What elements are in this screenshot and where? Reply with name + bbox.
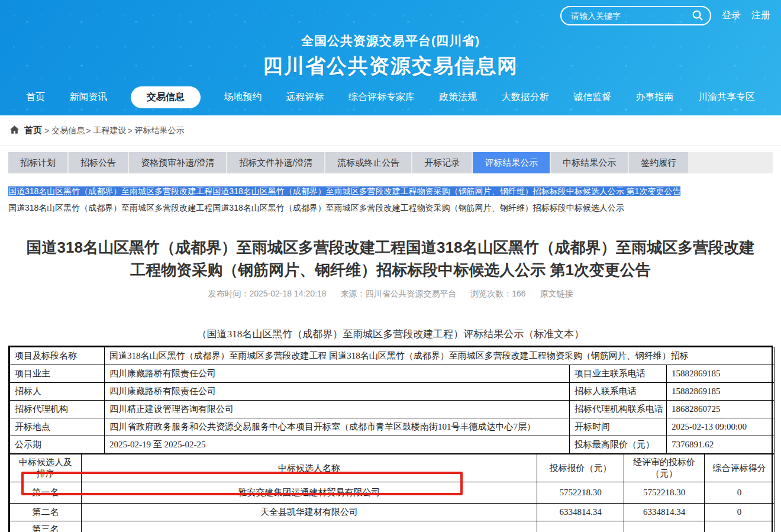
tab-failed-or-terminated[interactable]: 流标或终止公告 bbox=[325, 152, 411, 173]
evaluation-result-table: 项目及标段名称 国道318名山区黑竹（成都界）至雨城区多营段改建工程 国道318… bbox=[8, 346, 773, 532]
table-row: 项目及标段名称 国道318名山区黑竹（成都界）至雨城区多营段改建工程 国道318… bbox=[10, 347, 774, 365]
nav-item-expert-pool[interactable]: 综合评标专家库 bbox=[347, 86, 416, 108]
nav-item-integrity[interactable]: 诚信监督 bbox=[572, 86, 612, 108]
platform-super-title: 全国公共资源交易平台(四川省) bbox=[0, 33, 781, 49]
search-input[interactable] bbox=[560, 6, 711, 25]
breadcrumb-home[interactable]: 首页 bbox=[24, 125, 42, 136]
list-item[interactable]: 国道318名山区黑竹（成都界）至雨城区多营段改建工程国道318名山区黑竹（成都界… bbox=[8, 202, 773, 214]
search-icon[interactable] bbox=[691, 9, 704, 24]
result-list: 国道318名山区黑竹（成都界）至雨城区多营段改建工程国道318名山区黑竹（成都界… bbox=[8, 186, 773, 214]
candidate-row-second: 第二名 天全县凯华建材有限公司 6334814.34 6334814.34 0 bbox=[10, 504, 774, 521]
publish-time: 发布时间：2025-02-18 14:20:18 bbox=[208, 289, 326, 298]
nav-item-news[interactable]: 新闻资讯 bbox=[68, 86, 108, 108]
candidate-reviewed-price: 5752218.30 bbox=[624, 482, 705, 504]
source: 来源：四川省公共资源交易平台 bbox=[340, 289, 456, 298]
home-icon[interactable] bbox=[9, 125, 20, 136]
candidate-score bbox=[705, 521, 774, 532]
candidate-score: 0 bbox=[705, 482, 774, 504]
col-header-bid-price: 投标报价（元） bbox=[537, 454, 624, 482]
table-row: 招标人 四川康藏路桥有限责任公司 招标人联系电话 15882869185 bbox=[10, 383, 774, 401]
info-label: 项目业主 bbox=[10, 365, 105, 383]
category-tabbar: 招标计划 招标公告 资格预审补遗/澄清 招标文件补遗/澄清 流标或终止公告 开标… bbox=[8, 152, 773, 173]
candidate-bid-price: 6334814.34 bbox=[537, 504, 624, 521]
tab-bid-doc-addendum[interactable]: 招标文件补遗/澄清 bbox=[227, 152, 324, 173]
nav-item-venue-booking[interactable]: 场地预约 bbox=[222, 86, 263, 108]
table-row: 招标代理机构 四川精正建设管理咨询有限公司 招标代理机构联系电话 1868286… bbox=[10, 401, 774, 418]
info-label: 招标人 bbox=[10, 383, 105, 401]
candidate-row-third: 第三名 bbox=[10, 521, 774, 532]
table-row: 公示期 2025-02-19 至 2025-02-25 投标最高限价（元） 73… bbox=[10, 436, 774, 454]
info-label: 招标代理机构联系电话 bbox=[570, 401, 667, 418]
candidate-name bbox=[82, 521, 537, 532]
info-value: 2025-02-13 09:00:00 bbox=[667, 418, 774, 436]
col-header-score: 综合评标得分 bbox=[705, 454, 774, 482]
candidate-name: 天全县凯华建材有限公司 bbox=[82, 504, 537, 521]
page-title: 国道318名山区黑竹（成都界）至雨城区多营段改建工程国道318名山区黑竹（成都界… bbox=[24, 236, 757, 281]
breadcrumb-separator: > bbox=[127, 126, 132, 136]
tab-prequalification-addendum[interactable]: 资格预审补遗/澄清 bbox=[129, 152, 226, 173]
info-value: 2025-02-19 至 2025-02-25 bbox=[105, 436, 570, 454]
info-value: 四川康藏路桥有限责任公司 bbox=[105, 365, 570, 383]
table-row: 项目业主 四川康藏路桥有限责任公司 项目业主联系电话 15882869185 bbox=[10, 365, 774, 383]
nav-item-trade-info[interactable]: 交易信息 bbox=[131, 86, 201, 108]
breadcrumb-trade-info[interactable]: 交易信息 bbox=[51, 125, 85, 136]
info-label: 项目及标段名称 bbox=[10, 347, 105, 365]
site-main-title: 四川省公共资源交易信息网 bbox=[0, 53, 781, 80]
candidate-reviewed-price bbox=[624, 521, 705, 532]
info-label: 项目业主联系电话 bbox=[570, 365, 667, 383]
info-value: 15882869185 bbox=[667, 383, 774, 401]
info-label: 开标地点 bbox=[10, 418, 105, 436]
info-label: 投标最高限价（元） bbox=[570, 436, 667, 454]
candidate-rank: 第二名 bbox=[10, 504, 82, 521]
info-value: 四川康藏路桥有限责任公司 bbox=[105, 383, 570, 401]
tab-bid-announcement[interactable]: 招标公告 bbox=[69, 152, 128, 173]
table-caption: （国道318名山区黑竹（成都界）至雨城区多营段改建工程）评标结果公示（标准文本） bbox=[0, 327, 781, 341]
info-value: 15882869185 bbox=[667, 365, 774, 383]
candidate-reviewed-price: 6334814.34 bbox=[624, 504, 705, 521]
project-info-table: 项目及标段名称 国道318名山区黑竹（成都界）至雨城区多营段改建工程 国道318… bbox=[9, 347, 774, 454]
info-value: 18682860725 bbox=[667, 401, 774, 418]
tab-award-result[interactable]: 中标结果公示 bbox=[551, 152, 628, 173]
info-label: 招标人联系电话 bbox=[570, 383, 667, 401]
nav-item-big-data[interactable]: 大数据分析 bbox=[501, 86, 550, 108]
info-value: 四川省政府政务服务和公共资源交易服务中心本项目开标室（成都市青羊区鼓楼南街101… bbox=[105, 418, 570, 436]
info-label: 公示期 bbox=[10, 436, 105, 454]
login-link[interactable]: 登录 bbox=[722, 9, 741, 22]
article-meta: 发布时间：2025-02-18 14:20:18 来源：四川省公共资源交易平台 … bbox=[0, 289, 781, 299]
tab-bid-opening-record[interactable]: 开标记录 bbox=[412, 152, 472, 173]
info-label: 招标代理机构 bbox=[10, 401, 105, 418]
list-item-selected[interactable]: 国道318名山区黑竹（成都界）至雨城区多营段改建工程国道318名山区黑竹（成都界… bbox=[8, 186, 680, 196]
nav-item-remote-evaluation[interactable]: 远程评标 bbox=[285, 86, 325, 108]
breadcrumb-separator: > bbox=[86, 126, 91, 136]
breadcrumb: 首页 > 交易信息 > 工程建设 > 评标结果公示 bbox=[0, 115, 781, 146]
search-box bbox=[560, 6, 711, 25]
col-header-reviewed-price: 经评审的投标价（元） bbox=[624, 454, 705, 482]
nav-item-policies[interactable]: 政策法规 bbox=[438, 86, 478, 108]
tab-bid-plan[interactable]: 招标计划 bbox=[8, 152, 67, 173]
tab-contract-performance[interactable]: 签约履行 bbox=[629, 152, 688, 173]
nav-item-chuanyu-zone[interactable]: 川渝共享专区 bbox=[697, 86, 756, 108]
info-value: 国道318名山区黑竹（成都界）至雨城区多营段改建工程 国道318名山区黑竹（成都… bbox=[105, 347, 774, 365]
info-value: 7376891.62 bbox=[667, 436, 774, 454]
tab-evaluation-result[interactable]: 评标结果公示 bbox=[473, 152, 550, 173]
col-header-rank: 中标候选人及排序 bbox=[10, 454, 82, 482]
candidate-name: 雅安交建集团运通建材贸易有限公司 bbox=[82, 482, 537, 504]
candidate-bid-price: 5752218.30 bbox=[537, 482, 624, 504]
nav-item-guide[interactable]: 办事指南 bbox=[635, 86, 675, 108]
col-header-candidate-name: 中标候选人名称 bbox=[82, 454, 537, 482]
candidates-table: 中标候选人及排序 中标候选人名称 投标报价（元） 经评审的投标价（元） 综合评标… bbox=[9, 454, 774, 532]
candidate-rank: 第三名 bbox=[10, 521, 82, 532]
table-header-row: 中标候选人及排序 中标候选人名称 投标报价（元） 经评审的投标价（元） 综合评标… bbox=[10, 454, 774, 482]
breadcrumb-evaluation-result[interactable]: 评标结果公示 bbox=[135, 125, 185, 136]
original-link[interactable]: 原文链接 bbox=[540, 289, 573, 298]
candidate-row-first: 第一名 雅安交建集团运通建材贸易有限公司 5752218.30 5752218.… bbox=[10, 482, 774, 504]
register-link[interactable]: 注册 bbox=[751, 9, 770, 22]
main-nav: 首页 新闻资讯 交易信息 场地预约 远程评标 综合评标专家库 政策法规 大数据分… bbox=[0, 86, 781, 108]
info-value: 四川精正建设管理咨询有限公司 bbox=[105, 401, 570, 418]
candidate-bid-price bbox=[537, 521, 624, 532]
info-label: 开标时间 bbox=[570, 418, 667, 436]
candidate-rank: 第一名 bbox=[10, 482, 82, 504]
breadcrumb-construction[interactable]: 工程建设 bbox=[93, 125, 126, 136]
topbar: 登录 注册 bbox=[560, 6, 770, 25]
nav-item-home[interactable]: 首页 bbox=[25, 86, 46, 108]
